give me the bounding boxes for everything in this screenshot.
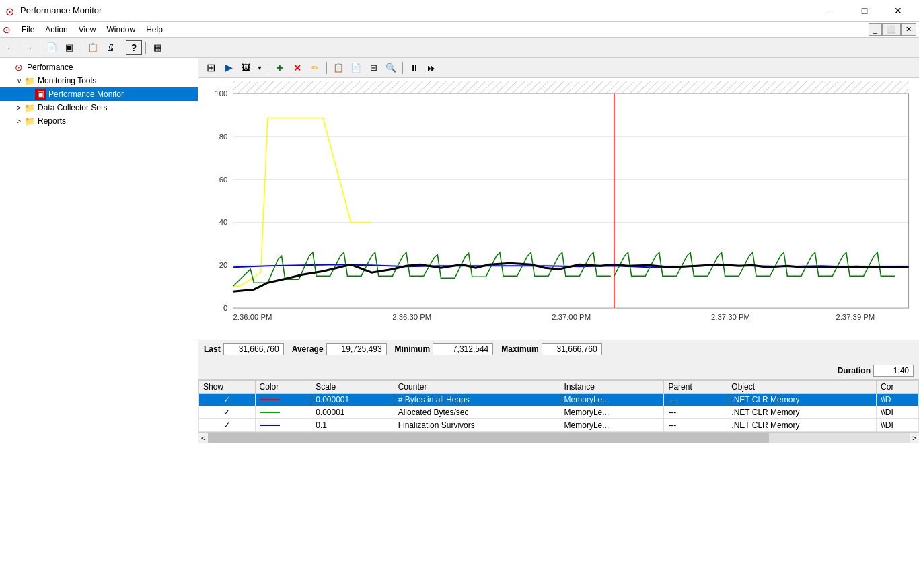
main-container: ⊙ Performance ∨ 📁 Monitoring Tools ▣ Per…: [0, 58, 919, 588]
svg-text:80: 80: [219, 133, 228, 141]
cell-object: .NET CLR Memory: [727, 419, 877, 432]
svg-text:20: 20: [219, 261, 228, 269]
copy-properties-button[interactable]: 📋: [330, 61, 346, 75]
last-value: 31,666,760: [223, 343, 284, 355]
table-row[interactable]: ✓ 0.1 Finalization Survivors MemoryLe...…: [199, 419, 919, 432]
svg-text:100: 100: [215, 89, 227, 98]
freeze-button[interactable]: ⏸: [406, 61, 422, 75]
dropdown-btn[interactable]: ▼: [255, 61, 264, 75]
svg-text:40: 40: [219, 219, 228, 227]
print-button[interactable]: 🖨: [102, 40, 118, 55]
sidebar-item-perf-monitor[interactable]: ▣ Performance Monitor: [0, 87, 198, 101]
help-button[interactable]: ?: [126, 40, 142, 55]
menu-file[interactable]: File: [16, 24, 40, 36]
expand-icon-reports: >: [13, 116, 24, 126]
main-toolbar: ← → 📄 ▣ 📋 🖨 ? ▦: [0, 38, 919, 58]
chart-sep3: [402, 62, 403, 74]
svg-rect-1: [233, 81, 908, 94]
menu-min-button[interactable]: _: [869, 23, 882, 36]
perf-monitor-icon: ▣: [35, 89, 46, 100]
reports-label: Reports: [38, 116, 66, 126]
expand-icon-collector: >: [13, 102, 24, 113]
horizontal-scrollbar[interactable]: [208, 433, 910, 443]
monitoring-tools-label: Monitoring Tools: [38, 76, 96, 85]
minimum-label: Minimum: [395, 344, 431, 354]
cell-scale: 0.00001: [311, 406, 394, 419]
menu-restore-button[interactable]: ⬜: [882, 23, 901, 36]
cell-parent: ---: [664, 406, 727, 419]
cell-show: ✓: [199, 419, 256, 432]
sidebar-item-monitoring-tools[interactable]: ∨ 📁 Monitoring Tools: [0, 74, 198, 87]
sidebar-item-reports[interactable]: > 📁 Reports: [0, 114, 198, 128]
cell-color: [255, 394, 311, 406]
delete-counter-button[interactable]: ✕: [289, 61, 305, 75]
col-show: Show: [199, 381, 256, 394]
average-label: Average: [292, 344, 324, 354]
app-icon: ⊙: [5, 5, 16, 16]
table-header-row: Show Color Scale Counter Instance Parent…: [199, 381, 919, 394]
maximize-button[interactable]: □: [849, 3, 880, 19]
cell-object: .NET CLR Memory: [727, 394, 877, 406]
stats-bar: Last 31,666,760 Average 19,725,493 Minim…: [198, 340, 919, 380]
back-button[interactable]: ←: [3, 40, 19, 55]
menu-close-button[interactable]: ✕: [901, 23, 916, 36]
table-row[interactable]: ✓ 0.00001 Allocated Bytes/sec MemoryLe..…: [199, 406, 919, 419]
col-parent: Parent: [664, 381, 727, 394]
menu-action[interactable]: Action: [40, 24, 73, 36]
performance-label: Performance: [27, 63, 73, 72]
monitoring-folder-icon: 📁: [24, 75, 35, 86]
performance-chart: 100 80 60 40 20 0 2:36:00 PM 2:36:30 PM …: [198, 78, 919, 340]
toolbar-sep1: [40, 42, 40, 54]
expand-icon-monitoring: ∨: [13, 75, 24, 86]
image-button[interactable]: 🖼: [237, 61, 254, 75]
window-controls: ─ □ ✕: [815, 3, 914, 19]
menu-bar: ⊙ File Action View Window Help _ ⬜ ✕: [0, 22, 919, 38]
paste-counter-button[interactable]: 📄: [348, 61, 364, 75]
zoom-button[interactable]: 🔍: [383, 61, 399, 75]
cell-counter: Allocated Bytes/sec: [394, 406, 560, 419]
toolbar-sep2: [81, 42, 81, 54]
sidebar-item-performance[interactable]: ⊙ Performance: [0, 61, 198, 74]
maximum-value: 31,666,760: [542, 343, 602, 355]
chart-sep1: [268, 62, 268, 74]
menu-help[interactable]: Help: [141, 24, 168, 36]
svg-text:2:37:00 PM: 2:37:00 PM: [552, 313, 591, 321]
table-row[interactable]: ✓ 0.000001 # Bytes in all Heaps MemoryLe…: [199, 394, 919, 406]
menu-view[interactable]: View: [73, 24, 102, 36]
grid-button[interactable]: ▦: [149, 40, 166, 55]
stat-last: Last 31,666,760: [204, 343, 284, 355]
stat-maximum: Maximum 31,666,760: [501, 343, 601, 355]
close-button[interactable]: ✕: [883, 3, 914, 19]
duration-value: 1:40: [873, 365, 914, 377]
cell-color: [255, 419, 311, 432]
scroll-right-button[interactable]: >: [910, 435, 919, 442]
update-data-button[interactable]: ⏭: [424, 61, 440, 75]
minimize-button[interactable]: ─: [815, 3, 846, 19]
properties-button[interactable]: 📋: [85, 40, 101, 55]
menu-window[interactable]: Window: [102, 24, 141, 36]
show-detail-button[interactable]: ▣: [61, 40, 77, 55]
cell-parent: ---: [664, 394, 727, 406]
edit-properties-button[interactable]: ✏: [307, 61, 323, 75]
highlight-button[interactable]: ▶: [221, 61, 236, 75]
chart-toolbar: ⊞ ▶ 🖼 ▼ + ✕ ✏ 📋 📄 ⊟ 🔍 ⏸ ⏭: [198, 58, 919, 78]
add-counter-button[interactable]: +: [272, 61, 288, 75]
scroll-left-button[interactable]: <: [198, 435, 208, 442]
menu-app-icon: ⊙: [3, 24, 13, 35]
collector-folder-icon: 📁: [24, 102, 35, 113]
left-panel: ⊙ Performance ∨ 📁 Monitoring Tools ▣ Per…: [0, 58, 198, 588]
right-panel: ⊞ ▶ 🖼 ▼ + ✕ ✏ 📋 📄 ⊟ 🔍 ⏸ ⏭: [198, 58, 919, 588]
report-view-button[interactable]: ⊟: [365, 61, 381, 75]
toolbar-sep3: [122, 42, 122, 54]
forward-button[interactable]: →: [20, 40, 36, 55]
counter-table-container[interactable]: Show Color Scale Counter Instance Parent…: [198, 380, 919, 443]
col-object: Object: [727, 381, 877, 394]
chart-sep2: [326, 62, 327, 74]
cell-instance: MemoryLe...: [560, 394, 664, 406]
cell-counter: # Bytes in all Heaps: [394, 394, 560, 406]
svg-text:0: 0: [223, 304, 227, 312]
show-overview-button[interactable]: 📄: [44, 40, 60, 55]
maximum-label: Maximum: [501, 344, 538, 354]
sidebar-item-data-collector[interactable]: > 📁 Data Collector Sets: [0, 101, 198, 114]
chart-type-button[interactable]: ⊞: [201, 61, 220, 75]
